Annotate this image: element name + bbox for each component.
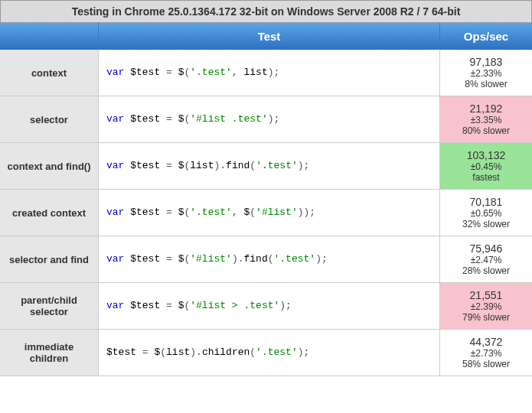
code-snippet: var $test = $('#list').find('.test'); xyxy=(106,252,328,266)
benchmark-table: Testing in Chrome 25.0.1364.172 32-bit o… xyxy=(0,0,532,376)
ops-cell: 21,192±3.35%80% slower xyxy=(440,96,532,142)
page-title: Testing in Chrome 25.0.1364.172 32-bit o… xyxy=(0,0,532,23)
test-code: var $test = $('#list .test'); xyxy=(99,96,440,142)
ops-note: fastest xyxy=(472,172,499,183)
ops-error: ±2.73% xyxy=(471,348,502,359)
ops-value: 70,181 xyxy=(470,196,503,208)
ops-cell: 97,183±2.33%8% slower xyxy=(440,50,532,96)
ops-value: 21,192 xyxy=(470,102,503,115)
table-header: Test Ops/sec xyxy=(0,23,532,50)
ops-cell: 103,132±0.45%fastest xyxy=(440,143,532,189)
ops-value: 21,551 xyxy=(470,289,503,301)
test-code: var $test = $('#list').find('.test'); xyxy=(99,236,440,282)
test-name: parent/child selector xyxy=(0,283,99,329)
test-code: var $test = $('.test', list); xyxy=(99,50,440,96)
ops-cell: 70,181±0.65%32% slower xyxy=(440,190,532,236)
test-code: var $test = $(list).find('.test'); xyxy=(99,143,440,189)
ops-value: 103,132 xyxy=(467,149,506,161)
table-row: context and find()var $test = $(list).fi… xyxy=(0,143,532,190)
ops-value: 75,946 xyxy=(470,242,503,255)
code-snippet: var $test = $('#list .test'); xyxy=(106,112,279,126)
header-test: Test xyxy=(99,23,440,50)
ops-cell: 21,551±2.39%79% slower xyxy=(440,283,532,329)
test-name: context and find() xyxy=(0,143,99,189)
table-row: created contextvar $test = $('.test', $(… xyxy=(0,190,532,236)
table-body: contextvar $test = $('.test', list);97,1… xyxy=(0,50,532,376)
table-row: parent/child selectorvar $test = $('#lis… xyxy=(0,283,532,330)
code-snippet: var $test = $('#list > .test'); xyxy=(106,299,292,313)
ops-error: ±2.47% xyxy=(471,255,502,265)
code-snippet: $test = $(list).children('.test'); xyxy=(106,346,309,359)
ops-note: 58% slower xyxy=(462,359,510,369)
ops-value: 44,372 xyxy=(470,336,503,348)
ops-error: ±2.33% xyxy=(471,68,502,79)
ops-cell: 75,946±2.47%28% slower xyxy=(440,236,532,282)
ops-error: ±3.35% xyxy=(471,115,502,125)
table-row: contextvar $test = $('.test', list);97,1… xyxy=(0,50,532,96)
ops-note: 79% slower xyxy=(462,312,510,323)
test-name: created context xyxy=(0,190,99,236)
code-snippet: var $test = $('.test', list); xyxy=(106,66,279,80)
code-snippet: var $test = $(list).find('.test'); xyxy=(106,159,309,173)
code-snippet: var $test = $('.test', $('#list')); xyxy=(106,206,315,220)
ops-error: ±2.39% xyxy=(471,301,502,312)
test-name: selector and find xyxy=(0,236,99,282)
header-name-spacer xyxy=(0,23,99,50)
ops-note: 32% slower xyxy=(462,219,510,229)
table-row: selector and findvar $test = $('#list').… xyxy=(0,236,532,283)
ops-note: 80% slower xyxy=(462,125,510,136)
ops-value: 97,183 xyxy=(470,56,503,68)
ops-error: ±0.45% xyxy=(471,161,502,172)
ops-note: 28% slower xyxy=(462,265,510,276)
test-code: var $test = $('.test', $('#list')); xyxy=(99,190,440,236)
test-name: selector xyxy=(0,96,99,142)
test-code: var $test = $('#list > .test'); xyxy=(99,283,440,329)
test-code: $test = $(list).children('.test'); xyxy=(99,330,440,376)
table-row: selectorvar $test = $('#list .test');21,… xyxy=(0,96,532,143)
ops-error: ±0.65% xyxy=(471,208,502,219)
ops-note: 8% slower xyxy=(465,79,507,89)
ops-cell: 44,372±2.73%58% slower xyxy=(440,330,532,376)
test-name: context xyxy=(0,50,99,96)
table-row: immediate children$test = $(list).childr… xyxy=(0,330,532,376)
header-ops: Ops/sec xyxy=(440,23,532,50)
test-name: immediate children xyxy=(0,330,99,376)
